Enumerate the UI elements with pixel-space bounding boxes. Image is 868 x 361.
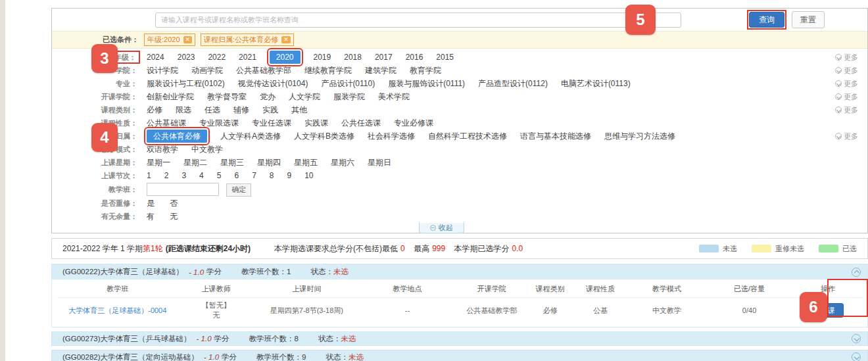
filter-option[interactable]: 人文学科A类选修 — [220, 130, 281, 143]
filter-option[interactable]: 党办 — [260, 90, 276, 103]
confirm-button[interactable]: 确定 — [226, 183, 251, 197]
filter-option[interactable]: 电脑艺术设计(0113) — [561, 77, 631, 90]
filter-option[interactable]: 2019 — [314, 51, 331, 64]
filter-option[interactable]: 语言与基本技能选修 — [520, 130, 591, 143]
chevron-down-icon[interactable] — [852, 334, 861, 343]
class-name-input[interactable] — [147, 183, 219, 196]
filter-option[interactable]: 专业限选课 — [199, 116, 239, 130]
filter-option[interactable]: 星期六 — [331, 156, 354, 169]
col-header: 课程类别 — [528, 281, 572, 298]
filter-option[interactable]: 其他 — [291, 103, 307, 116]
filter-option[interactable]: 有 — [147, 210, 155, 223]
filter-option[interactable]: 7 — [252, 169, 256, 182]
filter-option[interactable]: 双语教学 — [147, 143, 178, 156]
filter-option[interactable]: 4 — [199, 169, 204, 182]
filter-option[interactable]: 星期三 — [220, 156, 244, 169]
filter-option[interactable]: 产品设计(0110) — [321, 77, 375, 90]
condition-tag-grade[interactable]: 年级:2020 ✕ — [144, 34, 195, 46]
more-link[interactable]: 更多 — [820, 90, 867, 103]
filter-option[interactable]: 2023 — [178, 51, 195, 64]
more-link[interactable]: 更多 — [820, 103, 867, 116]
filter-option[interactable]: 6 — [234, 169, 239, 182]
filter-option[interactable]: 教学督导室 — [207, 90, 247, 103]
filter-row: 3 年级： 2024202320222021202020192018201720… — [52, 51, 867, 64]
chevron-up-icon[interactable] — [852, 268, 861, 277]
filter-options: 有 无 — [147, 210, 867, 223]
filter-option[interactable]: 3 — [181, 169, 186, 182]
filter-option[interactable]: 星期二 — [183, 156, 207, 169]
college-cell: 公共基础教学部 — [456, 298, 528, 324]
filter-option[interactable]: 公共基础教学部 — [236, 64, 291, 77]
filter-option[interactable]: 美术学院 — [378, 90, 410, 103]
filter-option[interactable]: 星期一 — [147, 156, 170, 169]
filter-option[interactable]: 星期五 — [294, 156, 318, 169]
filter-option[interactable]: 产品造型设计(0112) — [478, 77, 548, 90]
filter-option[interactable]: 2020 — [270, 51, 301, 64]
filter-options: 必修限选任选辅修实践其他 — [147, 103, 820, 116]
more-link[interactable]: 更多 — [820, 51, 867, 64]
filter-option[interactable]: 专业必修课 — [394, 116, 433, 130]
filter-option[interactable]: 公共基础课 — [147, 116, 186, 130]
filter-option[interactable]: 专业任选课 — [252, 116, 291, 130]
filter-option[interactable]: 8 — [270, 169, 274, 182]
filter-option[interactable]: 2015 — [436, 51, 454, 64]
filter-option[interactable]: 实践课 — [304, 116, 328, 130]
course-section-orienteering[interactable]: (GG00282)大学体育三（定向运动基础） - 1.0 学分 教学班个数：9 … — [51, 350, 868, 361]
filter-option[interactable]: 建筑学院 — [365, 64, 397, 77]
filter-option[interactable]: 2022 — [208, 51, 226, 64]
course-section-pingpong[interactable]: (GG00273)大学体育三（乒乓球基础） - 1.0 学分 教学班个数：8 状… — [51, 331, 868, 346]
filter-option[interactable]: 限选 — [176, 103, 191, 116]
filter-option[interactable]: 是 — [147, 197, 155, 210]
filter-option[interactable]: 服装设计与工程(0102) — [147, 77, 225, 90]
filter-option[interactable]: 服装学院 — [333, 90, 365, 103]
filter-label: 开课学院： — [52, 90, 147, 103]
filter-option[interactable]: 星期四 — [257, 156, 281, 169]
filter-option[interactable]: 10 — [304, 169, 313, 182]
filter-option[interactable]: 公共体育必修 — [147, 130, 207, 143]
filter-option[interactable]: 自然科学工程技术选修 — [428, 130, 507, 143]
filter-option[interactable]: 人文学院 — [289, 90, 320, 103]
filter-option[interactable]: 2016 — [406, 51, 423, 64]
filter-option[interactable]: 1 — [147, 169, 151, 182]
course-header[interactable]: (GG00222)大学体育三（足球基础） - 1.0 学分 教学班个数：1 状态… — [52, 264, 867, 279]
filter-option[interactable]: 2017 — [375, 51, 393, 64]
filter-option[interactable]: 服装与服饰设计(0111) — [388, 77, 465, 90]
filter-option[interactable]: 中文教学 — [191, 143, 223, 156]
filter-option[interactable]: 继续教育学院 — [304, 64, 352, 77]
filter-option[interactable]: 星期日 — [368, 156, 391, 169]
class-name-link[interactable]: 大学体育三（足球基础）-0004 — [68, 306, 166, 314]
more-link[interactable]: 更多 — [820, 77, 867, 90]
filter-option[interactable]: 公共任选课 — [341, 116, 381, 130]
filter-option[interactable]: 设计学院 — [147, 64, 178, 77]
filter-option[interactable]: 创新创业学院 — [147, 90, 194, 103]
filter-option[interactable]: 动画学院 — [191, 64, 223, 77]
close-icon[interactable]: ✕ — [281, 36, 291, 43]
filter-option[interactable]: 2021 — [239, 51, 256, 64]
filter-option[interactable]: 任选 — [205, 103, 220, 116]
filter-option[interactable]: 实践 — [262, 103, 278, 116]
filter-option[interactable]: 2024 — [147, 51, 164, 64]
filter-option[interactable]: 无 — [170, 210, 178, 223]
filter-option[interactable]: 2018 — [344, 51, 362, 64]
filter-option[interactable]: 否 — [170, 197, 178, 210]
filter-option[interactable]: 必修 — [147, 103, 162, 116]
filter-option[interactable]: 视觉传达设计(0104) — [238, 77, 308, 90]
filter-option[interactable]: 思维与学习方法选修 — [604, 130, 675, 143]
query-button[interactable]: 查询 — [749, 12, 784, 28]
reset-button[interactable]: 重置 — [792, 11, 825, 28]
close-icon[interactable]: ✕ — [183, 36, 193, 43]
chevron-down-icon[interactable] — [852, 352, 861, 361]
filter-option[interactable]: 5 — [217, 169, 222, 182]
filter-option[interactable]: 教育学院 — [410, 64, 441, 77]
filter-option[interactable]: 9 — [287, 169, 292, 182]
filter-option[interactable]: 辅修 — [233, 103, 249, 116]
filter-option[interactable]: 人文学科B类选修 — [294, 130, 354, 143]
nature-cell: 公基 — [572, 298, 629, 324]
more-link[interactable]: 更多 — [820, 64, 867, 77]
search-input[interactable] — [155, 12, 681, 28]
filter-option[interactable]: 社会科学选修 — [368, 130, 415, 143]
more-link[interactable]: 更多 — [820, 130, 867, 143]
filter-option[interactable]: 2 — [164, 169, 169, 182]
condition-tag-course-attr[interactable]: 课程归属:公共体育必修 ✕ — [201, 34, 294, 46]
collapse-panel-tab[interactable]: 收起 — [419, 222, 464, 233]
